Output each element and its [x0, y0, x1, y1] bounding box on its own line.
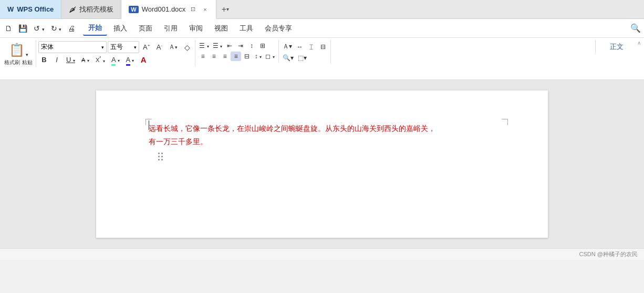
select-icon: ⬚▾: [298, 54, 307, 62]
wps-logo: W: [7, 5, 14, 13]
tab-word[interactable]: W Word001.docx ⊡ ×: [121, 0, 216, 19]
extra-row2: 🔍▾ ⬚▾: [281, 53, 328, 63]
search-button[interactable]: 🔍: [629, 22, 642, 35]
border-btn[interactable]: ⊟: [318, 42, 328, 52]
menu-insert[interactable]: 插入: [108, 22, 132, 35]
style-panel: 正文: [595, 40, 637, 54]
underline-dropdown-icon[interactable]: ▾: [73, 58, 75, 63]
tab-bar: W WPS Office 🌶 找稻壳模板 W Word001.docx ⊡ × …: [0, 0, 644, 19]
indent-increase-button[interactable]: ⇥: [235, 41, 246, 50]
undo-button[interactable]: ↺ ▾: [31, 23, 47, 34]
text-paragraph-1: 远看长城，它像一条长龙，在崇山峻岭之间蜿蜒盘旋。从东头的山海关到西头的嘉峪关，: [149, 122, 506, 135]
align-center-button[interactable]: ≡: [209, 52, 219, 61]
bold-button[interactable]: B: [38, 55, 50, 65]
list-bullet-icon: ☰: [199, 42, 205, 49]
justify-button[interactable]: ≡: [231, 52, 241, 61]
strikethrough-icon: A: [81, 57, 85, 63]
menu-view[interactable]: 视图: [209, 22, 233, 35]
underline-button[interactable]: U ▾: [64, 55, 78, 65]
text-direction-button[interactable]: Ａ▾: [281, 41, 294, 52]
document-area: 远看长城，它像一条长龙，在崇山峻岭之间蜿蜒盘旋。从东头的山海关到西头的嘉峪关， …: [0, 80, 644, 248]
file-menu-item[interactable]: 🗋: [2, 23, 15, 34]
menu-tools[interactable]: 工具: [234, 22, 258, 35]
line-spacing-button[interactable]: ↕ ▾: [253, 52, 263, 61]
tab-wps[interactable]: W WPS Office: [0, 0, 61, 18]
font-section: 宋体 ▾ 五号 ▾ A+ A- Ａ▾ ◇: [36, 40, 195, 66]
change-case-button[interactable]: Ａ▾: [166, 42, 180, 53]
font-name-select[interactable]: 宋体 ▾: [38, 41, 107, 53]
tab-template-label: 找稻壳模板: [79, 5, 113, 14]
tab-restore-icon[interactable]: ⊡: [191, 6, 195, 13]
superscript-button[interactable]: X² ▾: [93, 55, 108, 65]
shading-button[interactable]: ◻ ▾: [264, 52, 276, 61]
increase-font-button[interactable]: A+: [140, 42, 152, 52]
menu-home[interactable]: 开始: [83, 21, 107, 36]
clear-format-icon: ◇: [184, 43, 190, 52]
word-icon: W: [129, 6, 138, 13]
redo-dropdown-icon[interactable]: ▾: [59, 27, 61, 32]
indent-decrease-button[interactable]: ⇤: [224, 41, 235, 50]
highlight-dropdown-icon[interactable]: ▾: [132, 58, 134, 63]
ribbon-content: 📋 ▾ 格式刷 粘贴 宋体 ▾ 五号 ▾ A+: [2, 40, 642, 67]
print-button[interactable]: 🖨: [65, 23, 78, 34]
extra-row1: Ａ▾ ↔ ⌶ ⊟: [281, 41, 328, 52]
quick-access-toolbar: 🗋 💾 ↺ ▾ ↻ ▾ 🖨: [2, 23, 78, 34]
clear-format-button[interactable]: ◇: [181, 42, 193, 53]
paste-button[interactable]: 📋 ▾: [6, 41, 32, 59]
document-page: 远看长城，它像一条长龙，在崇山峻岭之间蜿蜒盘旋。从东头的山海关到西头的嘉峪关， …: [96, 90, 548, 238]
insert-field-button[interactable]: ⌶: [306, 42, 317, 52]
tab-wps-label: WPS Office: [17, 5, 54, 13]
char-spacing-button[interactable]: ↔: [295, 42, 305, 52]
list-number-dropdown[interactable]: ▾: [220, 44, 222, 49]
margin-corner-tr: [502, 119, 508, 125]
strikethrough-button[interactable]: A ▾: [79, 55, 92, 65]
align-left-button[interactable]: ≡: [198, 52, 208, 61]
distribute-button[interactable]: ⊟: [242, 52, 252, 61]
paste-format-row: 格式刷 粘贴: [4, 59, 33, 66]
save-icon: 💾: [18, 24, 27, 33]
tab-close-icon[interactable]: ×: [202, 6, 208, 13]
font-row1: 宋体 ▾ 五号 ▾ A+ A- Ａ▾ ◇: [38, 41, 193, 53]
find-replace-button[interactable]: 🔍▾: [281, 53, 295, 63]
paste-dropdown-icon[interactable]: ▾: [26, 52, 28, 57]
align-right-icon: ≡: [223, 53, 227, 60]
sort-button[interactable]: ↕: [246, 41, 257, 50]
new-tab-button[interactable]: + ▾: [216, 0, 234, 18]
font-color-dropdown-icon[interactable]: ▾: [118, 58, 120, 63]
menu-member[interactable]: 会员专享: [259, 22, 297, 35]
print-icon: 🖨: [68, 24, 75, 33]
file-icon: 🗋: [5, 24, 12, 33]
font-size-select[interactable]: 五号 ▾: [108, 41, 139, 53]
drag-handle[interactable]: [158, 153, 163, 160]
select-button[interactable]: ⬚▾: [296, 53, 308, 63]
save-button[interactable]: 💾: [16, 23, 30, 34]
italic-button[interactable]: I: [51, 55, 63, 65]
align-center-icon: ≡: [212, 53, 216, 60]
border-icon: ⊟: [320, 43, 326, 50]
align-left-icon: ≡: [201, 53, 205, 60]
menu-page[interactable]: 页面: [133, 22, 158, 35]
text-cursor: [149, 120, 149, 130]
list-number-button[interactable]: ☰ ▾: [211, 41, 224, 50]
font-a-button[interactable]: A: [138, 54, 149, 65]
redo-button[interactable]: ↻ ▾: [48, 23, 65, 34]
ribbon-collapse-button[interactable]: ∧: [637, 40, 642, 48]
align-right-button[interactable]: ≡: [220, 52, 230, 61]
sort-icon: ↕: [250, 42, 253, 49]
font-color-button[interactable]: A ▾: [109, 55, 122, 65]
list-bullet-dropdown[interactable]: ▾: [207, 44, 209, 49]
document-text[interactable]: 远看长城，它像一条长龙，在崇山峻岭之间蜿蜒盘旋。从东头的山海关到西头的嘉峪关， …: [149, 122, 506, 148]
menu-review[interactable]: 审阅: [184, 22, 208, 35]
tab-template[interactable]: 🌶 找稻壳模板: [61, 0, 121, 18]
undo-dropdown-icon[interactable]: ▾: [42, 27, 45, 32]
table-border-button[interactable]: ⊞: [257, 41, 268, 50]
font-name-value: 宋体: [41, 43, 54, 52]
format-brush-label[interactable]: 格式刷: [4, 59, 20, 66]
paragraph-section: ☰ ▾ ☰ ▾ ⇤ ⇥ ↕ ⊞: [195, 40, 278, 62]
list-bullet-button[interactable]: ☰ ▾: [198, 41, 210, 50]
paste-label[interactable]: 粘贴: [22, 59, 33, 66]
decrease-font-button[interactable]: A-: [153, 42, 165, 52]
menu-reference[interactable]: 引用: [159, 22, 183, 35]
highlight-button[interactable]: A ▾: [123, 55, 137, 65]
distribute-icon: ⊟: [244, 53, 250, 60]
